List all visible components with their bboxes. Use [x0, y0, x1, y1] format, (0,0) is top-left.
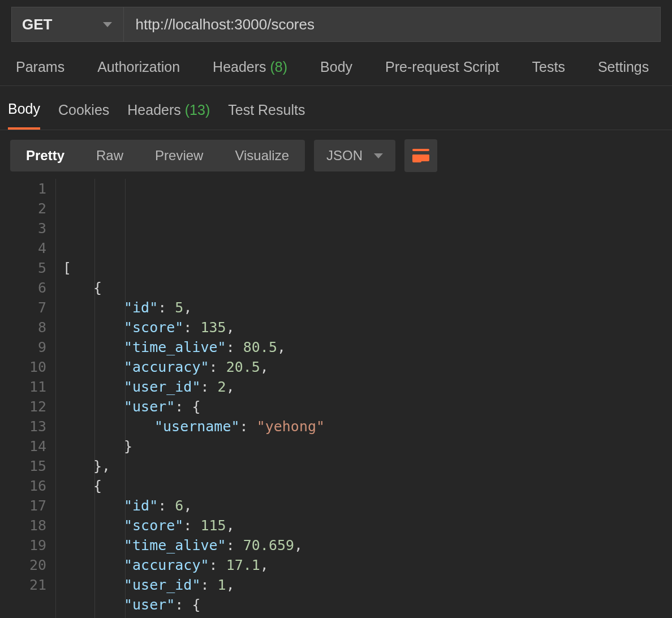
chevron-down-icon [103, 22, 112, 27]
view-preview-button[interactable]: Preview [139, 140, 219, 171]
resp-tab-headers-label: Headers [127, 102, 181, 118]
resp-tab-body[interactable]: Body [8, 96, 40, 130]
tab-settings[interactable]: Settings [598, 59, 649, 75]
response-tabs: Body Cookies Headers (13) Test Results [0, 86, 672, 130]
tab-headers[interactable]: Headers (8) [213, 59, 287, 75]
format-select[interactable]: JSON [314, 140, 395, 171]
tab-tests[interactable]: Tests [532, 59, 565, 75]
code-content[interactable]: [{"id": 5,"score": 135,"time_alive": 80.… [55, 179, 672, 618]
tab-authorization[interactable]: Authorization [97, 59, 180, 75]
view-visualize-button[interactable]: Visualize [219, 140, 305, 171]
line-number-gutter: 123456789101112131415161718192021 [0, 179, 55, 618]
resp-tab-cookies[interactable]: Cookies [58, 97, 109, 128]
view-pretty-button[interactable]: Pretty [10, 140, 80, 171]
wrap-lines-icon [412, 149, 429, 162]
http-method-select[interactable]: GET [12, 7, 124, 41]
tab-params[interactable]: Params [16, 59, 64, 75]
resp-headers-count-badge: (13) [185, 102, 210, 118]
format-label: JSON [326, 148, 363, 164]
request-bar: GET [11, 7, 661, 42]
resp-tab-test-results[interactable]: Test Results [228, 97, 305, 128]
tab-body[interactable]: Body [320, 59, 352, 75]
wrap-lines-button[interactable] [404, 139, 437, 172]
view-raw-button[interactable]: Raw [80, 140, 139, 171]
view-mode-segmented: Pretty Raw Preview Visualize [10, 140, 305, 171]
resp-tab-headers[interactable]: Headers (13) [127, 97, 210, 128]
chevron-down-icon [374, 153, 383, 158]
headers-count-badge: (8) [270, 59, 288, 75]
request-tabs: Params Authorization Headers (8) Body Pr… [0, 42, 672, 86]
tab-headers-label: Headers [213, 59, 266, 75]
http-method-label: GET [22, 16, 52, 33]
response-body: 123456789101112131415161718192021 [{"id"… [0, 179, 672, 618]
url-input[interactable] [124, 7, 660, 41]
response-toolbar: Pretty Raw Preview Visualize JSON [0, 130, 672, 179]
tab-prerequest[interactable]: Pre-request Script [385, 59, 499, 75]
